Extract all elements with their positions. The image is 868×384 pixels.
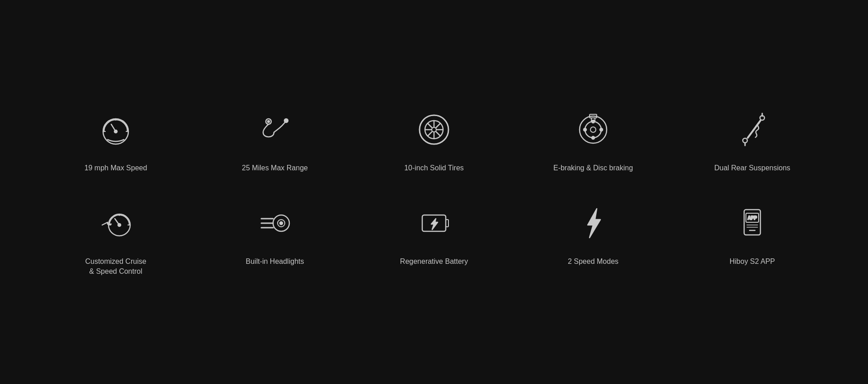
ebraking-label: E-braking & Disc braking (553, 163, 633, 173)
features-section: 19 mph Max Speed 25 Miles Max Range (0, 0, 868, 384)
regenerative-icon (411, 201, 457, 246)
max-speed-label: 19 mph Max Speed (85, 163, 147, 173)
svg-point-8 (268, 121, 269, 122)
suspensions-label: Dual Rear Suspensions (714, 163, 790, 173)
svg-point-39 (118, 224, 121, 226)
max-speed-icon (93, 107, 138, 152)
svg-point-21 (585, 122, 601, 138)
svg-point-22 (590, 127, 596, 132)
svg-point-2 (114, 130, 117, 133)
suspensions-icon (730, 107, 775, 152)
svg-point-25 (584, 128, 586, 131)
solid-tires-icon (411, 107, 457, 152)
regenerative-label: Regenerative Battery (400, 257, 468, 267)
feature-cruise-control: Customized Cruise& Speed Control (71, 201, 161, 277)
speed-modes-label: 2 Speed Modes (568, 257, 618, 267)
svg-text:APP: APP (748, 215, 757, 220)
speed-modes-icon (571, 201, 616, 246)
svg-point-48 (280, 222, 283, 225)
ebraking-icon (571, 107, 616, 152)
headlights-label: Built-in Headlights (246, 257, 304, 267)
headlights-icon (252, 201, 297, 246)
svg-point-7 (284, 119, 288, 122)
features-row-2: Customized Cruise& Speed Control Bui (36, 201, 832, 277)
cruise-control-icon (93, 201, 138, 246)
feature-max-speed: 19 mph Max Speed (71, 107, 161, 173)
feature-solid-tires: 10-inch Solid Tires (389, 107, 479, 173)
svg-line-18 (436, 123, 440, 128)
svg-rect-50 (446, 220, 448, 227)
solid-tires-label: 10-inch Solid Tires (404, 163, 464, 173)
svg-line-17 (436, 131, 440, 136)
svg-point-26 (600, 128, 603, 131)
max-range-icon (252, 107, 297, 152)
max-range-label: 25 Miles Max Range (242, 163, 308, 173)
feature-speed-modes: 2 Speed Modes (548, 201, 638, 267)
feature-suspensions: Dual Rear Suspensions (707, 107, 797, 173)
svg-line-19 (428, 131, 432, 136)
feature-headlights: Built-in Headlights (230, 201, 320, 267)
feature-regenerative: Regenerative Battery (389, 201, 479, 267)
feature-app: APP Hiboy S2 APP (707, 201, 797, 267)
svg-point-24 (592, 136, 594, 139)
feature-max-range: 25 Miles Max Range (230, 107, 320, 173)
app-label: Hiboy S2 APP (730, 257, 775, 267)
svg-point-23 (592, 120, 594, 123)
features-row-1: 19 mph Max Speed 25 Miles Max Range (36, 107, 832, 173)
feature-ebraking: E-braking & Disc braking (548, 107, 638, 173)
svg-point-9 (420, 115, 448, 144)
cruise-control-label: Customized Cruise& Speed Control (85, 257, 146, 277)
svg-line-16 (428, 123, 432, 128)
app-icon: APP (730, 201, 775, 246)
